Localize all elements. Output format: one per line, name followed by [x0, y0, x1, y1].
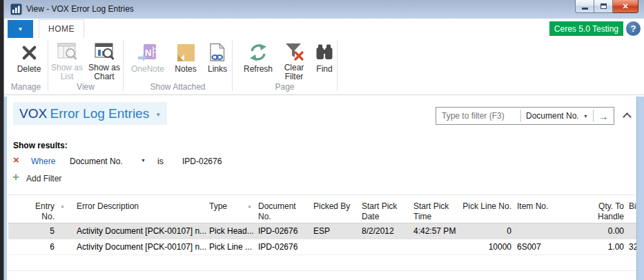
environment-badge: Ceres 5.0 Testing	[549, 21, 623, 36]
onenote-label: OneNote	[131, 65, 164, 74]
tab-home[interactable]: HOME	[39, 19, 84, 38]
show-as-chart-button[interactable]: Show as Chart	[86, 40, 123, 81]
cell-error-description: Activity Document [PCK-00107] n...	[77, 242, 215, 252]
column-header-type[interactable]: Type	[209, 201, 252, 212]
cell-qty-to-handle: 1.00	[581, 242, 624, 252]
page-title-caret-icon: ▼	[155, 112, 161, 118]
app-window: View - VOX Error Log Entries × ▼ HOME Ce…	[3, 0, 644, 280]
apply-filter-button[interactable]: →	[594, 110, 613, 122]
table-row[interactable]: 6 Activity Document [PCK-00107] n... Pic…	[8, 239, 636, 255]
clear-filter-button[interactable]: Clear Filter	[279, 40, 309, 81]
page-header: VOX Error Log Entries ▼ Document No. ▼ →	[4, 95, 644, 135]
cell-bi: 32-	[629, 242, 636, 252]
page-title[interactable]: VOX Error Log Entries ▼	[13, 102, 167, 125]
column-header-bi[interactable]: Bi	[629, 201, 636, 212]
cell-document-no: IPD-02676	[258, 226, 306, 236]
remove-filter-x-icon: ×	[13, 154, 19, 166]
filter-where-link[interactable]: Where	[31, 157, 55, 166]
table-row[interactable]: 5 Activity Document [PCK-00107] n... Pic…	[8, 223, 636, 239]
close-button[interactable]: ×	[613, 0, 638, 13]
maximize-icon	[601, 3, 607, 9]
links-button[interactable]: Links	[203, 40, 232, 81]
cell-picked-by: ESP	[313, 226, 358, 236]
filter-column-value: Document No.	[526, 111, 579, 121]
sort-asc-icon: ▲	[60, 203, 65, 208]
chevron-down-icon: ▼	[583, 114, 588, 119]
cell-document-no: IPD-02676	[258, 242, 306, 252]
group-label-manage: Manage	[4, 82, 48, 92]
filter-search-input[interactable]	[436, 108, 520, 123]
cell-type: Pick Line ...	[209, 242, 252, 252]
chevron-up-icon	[623, 112, 632, 121]
notes-label: Notes	[175, 65, 196, 74]
notes-sticky-icon	[177, 44, 195, 61]
filter-operator[interactable]: is	[157, 157, 164, 166]
links-label: Links	[208, 65, 227, 74]
column-header-start-pick-date[interactable]: Start Pick Date	[362, 201, 404, 222]
cell-pick-line-no: 0	[460, 226, 511, 236]
filter-column-selector[interactable]: Document No. ▼	[521, 111, 593, 121]
refresh-label: Refresh	[244, 65, 273, 74]
sort-asc-icon: ▲	[247, 203, 252, 208]
find-binoculars-icon	[315, 43, 334, 61]
column-header-document-no[interactable]: Document No.	[258, 201, 306, 222]
help-button[interactable]: ?	[626, 21, 641, 36]
clear-filter-icon	[284, 42, 304, 61]
group-label-view: View	[48, 82, 123, 92]
minimize-button[interactable]	[575, 0, 594, 13]
add-filter-button[interactable]: Add Filter	[26, 174, 61, 183]
cell-pick-line-no: 10000	[460, 242, 511, 252]
ribbon-tab-row: ▼ HOME Ceres 5.0 Testing ?	[4, 19, 644, 38]
column-header-item-no[interactable]: Item No.	[517, 201, 576, 212]
find-label: Find	[316, 65, 332, 74]
column-header-error-description[interactable]: Error Description	[77, 201, 215, 212]
add-filter-plus-icon: +	[12, 171, 19, 183]
column-header-entry-no[interactable]: Entry No.	[22, 201, 55, 222]
maximize-button[interactable]	[594, 0, 613, 13]
refresh-button[interactable]: Refresh	[239, 40, 277, 81]
close-icon: ×	[623, 1, 628, 12]
cell-type: Pick Head...	[209, 226, 252, 236]
svg-text:N: N	[145, 48, 151, 58]
tab-home-label: HOME	[48, 24, 75, 34]
group-label-show-attached: Show Attached	[124, 82, 232, 92]
filter-search-box: Document No. ▼ →	[436, 107, 614, 125]
find-button[interactable]: Find	[311, 40, 338, 81]
column-header-pick-line-no[interactable]: Pick Line No.	[460, 201, 511, 212]
page-title-primary: VOX	[19, 106, 47, 121]
cell-qty-to-handle: 0.00	[581, 226, 624, 236]
cell-start-pick-date: 8/2/2012	[362, 226, 404, 236]
filter-field-selector[interactable]: Document No.	[70, 157, 123, 166]
cell-entry-no: 5	[22, 226, 55, 236]
column-header-start-pick-time[interactable]: Start Pick Time	[413, 201, 459, 222]
collapse-filter-pane-button[interactable]	[624, 112, 632, 119]
show-results-heading: Show results:	[13, 141, 68, 150]
delete-x-icon	[20, 43, 39, 62]
show-as-chart-label: Show as Chart	[86, 63, 123, 81]
filter-value[interactable]: IPD-02676	[182, 157, 222, 166]
help-icon: ?	[631, 23, 636, 34]
chart-view-icon	[95, 43, 115, 61]
chevron-down-icon[interactable]: ▼	[141, 158, 146, 163]
application-menu-button[interactable]: ▼	[8, 20, 33, 38]
delete-button-label: Delete	[17, 65, 41, 74]
empty-table-row	[8, 272, 636, 280]
column-header-qty-to-handle[interactable]: Qty. To Handle	[581, 201, 624, 222]
go-arrow-icon: →	[598, 110, 609, 122]
window-border-right	[636, 97, 644, 280]
remove-filter-button[interactable]: ×	[13, 154, 19, 166]
page-title-secondary: Error Log Entries	[50, 106, 150, 121]
notes-button[interactable]: Notes	[170, 40, 202, 81]
group-label-page: Page	[233, 82, 337, 92]
ribbon-separator	[337, 40, 338, 91]
window-border-left	[4, 97, 7, 280]
clear-filter-label: Clear Filter	[279, 63, 309, 81]
refresh-icon	[248, 42, 269, 63]
delete-button[interactable]: Delete	[11, 40, 47, 81]
filter-pane: Show results: × Where Document No. ▼ is …	[4, 135, 644, 193]
cell-item-no: 6S007	[517, 242, 576, 252]
minimize-icon	[582, 8, 588, 10]
onenote-button: N OneNote	[128, 40, 167, 81]
column-header-picked-by[interactable]: Picked By	[313, 201, 358, 212]
cell-start-pick-time: 4:42:57 PM	[413, 226, 459, 236]
